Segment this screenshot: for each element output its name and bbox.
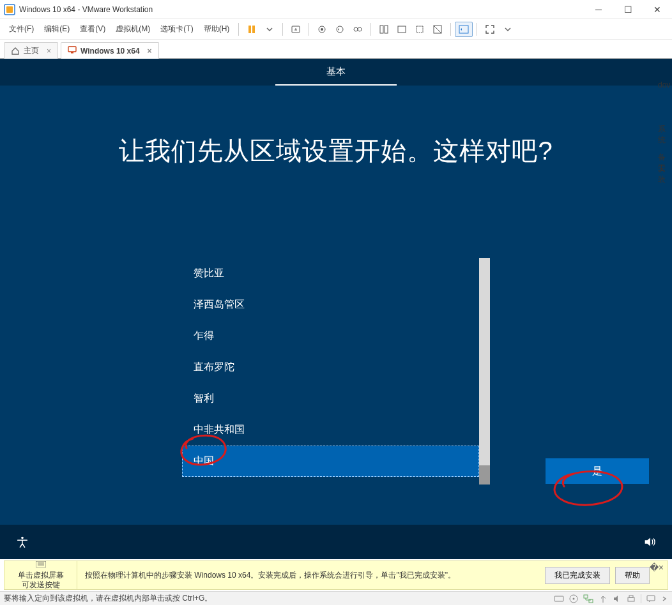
titlebar: Windows 10 x64 - VMware Workstation ─ ☐ …	[0, 0, 672, 19]
svg-rect-10	[380, 26, 383, 33]
svg-rect-26	[584, 595, 588, 598]
scrollbar-thumb[interactable]	[479, 465, 490, 485]
messages-icon[interactable]	[646, 594, 657, 603]
svg-rect-28	[628, 597, 634, 601]
region-item[interactable]: 乍得	[182, 320, 479, 352]
quick-switch-icon[interactable]	[455, 22, 473, 37]
tab-vm[interactable]: Windows 10 x64 ×	[61, 42, 159, 59]
status-devices	[554, 594, 668, 603]
svg-rect-29	[629, 596, 633, 597]
fullscreen-off-icon[interactable]	[429, 22, 447, 37]
sound-icon[interactable]	[613, 594, 622, 603]
svg-rect-12	[398, 26, 406, 33]
oobe-tab-basic[interactable]: 基本	[275, 59, 397, 86]
tab-vm-label: Windows 10 x64	[80, 47, 140, 56]
vmware-icon	[4, 4, 15, 15]
keyboard-icon	[36, 561, 46, 571]
menubar: 文件(F) 编辑(E) 查看(V) 虚拟机(M) 选项卡(T) 帮助(H)	[0, 19, 672, 40]
svg-point-25	[573, 597, 575, 599]
menu-edit[interactable]: 编辑(E)	[39, 21, 75, 37]
svg-rect-13	[416, 26, 423, 33]
region-item[interactable]: 智利	[182, 383, 479, 414]
region-item[interactable]: 泽西岛管区	[182, 289, 479, 320]
svg-rect-11	[385, 26, 388, 33]
cd-icon[interactable]	[569, 594, 578, 603]
bg-text: 系统	[658, 124, 672, 146]
snapshot-icon[interactable]	[313, 22, 331, 37]
maximize-button[interactable]: ☐	[613, 0, 643, 19]
infobar-left-line1: 单击虚拟屏幕	[18, 571, 64, 580]
bg-text: 安装	[658, 163, 672, 185]
menu-vm[interactable]: 虚拟机(M)	[111, 21, 155, 37]
printer-icon[interactable]	[627, 594, 636, 603]
svg-point-9	[358, 27, 362, 31]
svg-point-8	[354, 27, 358, 31]
svg-rect-17	[68, 47, 76, 52]
svg-point-6	[321, 28, 323, 31]
accessibility-icon[interactable]	[15, 535, 29, 549]
usb-icon[interactable]	[599, 594, 607, 603]
menu-help[interactable]: 帮助(H)	[199, 21, 235, 37]
svg-line-15	[434, 26, 441, 33]
install-info-bar: 单击虚拟屏幕 可发送按键 按照在物理计算机中的步骤安装 Windows 10 x…	[4, 560, 668, 590]
snapshot-manager-icon[interactable]	[349, 22, 367, 37]
menu-file[interactable]: 文件(F)	[4, 21, 39, 37]
infobar-close-icon[interactable]: �×	[650, 562, 664, 573]
svg-point-19	[21, 537, 24, 539]
svg-rect-23	[554, 596, 563, 601]
menu-tabs[interactable]: 选项卡(T)	[155, 21, 198, 37]
fullscreen-icon[interactable]	[481, 22, 499, 37]
oobe-footer	[0, 525, 672, 559]
region-item[interactable]: 直布罗陀	[182, 352, 479, 383]
oobe-title: 让我们先从区域设置开始。这样对吧?	[0, 86, 672, 169]
tab-home[interactable]: 主页 ×	[4, 42, 58, 59]
bg-text: dov	[658, 80, 672, 89]
svg-rect-3	[252, 26, 255, 33]
region-item-selected[interactable]: 中国	[182, 446, 479, 477]
close-button[interactable]: ✕	[643, 0, 672, 19]
menu-view[interactable]: 查看(V)	[75, 21, 111, 37]
hdd-icon[interactable]	[554, 594, 564, 603]
status-bar: 要将输入定向到该虚拟机，请在虚拟机内部单击或按 Ctrl+G。	[0, 591, 672, 605]
infobar-left-line2: 可发送按键	[22, 580, 60, 590]
home-icon	[11, 47, 20, 56]
snapshot-revert-icon[interactable]	[331, 22, 349, 37]
svg-rect-30	[647, 596, 655, 601]
install-done-button[interactable]: 我已完成安装	[545, 567, 610, 584]
tab-vm-close-icon[interactable]: ×	[148, 47, 152, 56]
tabs-row: 主页 × Windows 10 x64 ×	[0, 40, 672, 59]
console-view-icon[interactable]	[393, 22, 411, 37]
unity-icon[interactable]	[375, 22, 393, 37]
volume-icon[interactable]	[643, 535, 657, 549]
fullscreen-dropdown-icon[interactable]	[499, 22, 517, 37]
region-item[interactable]: 中非共和国	[182, 414, 479, 446]
guest-display[interactable]: 基本 让我们先从区域设置开始。这样对吧? 赞比亚 泽西岛管区 乍得 直布罗陀 智…	[0, 59, 672, 559]
vm-monitor-icon	[68, 45, 77, 56]
infobar-text: 按照在物理计算机中的步骤安装 Windows 10 x64。安装完成后，操作系统…	[77, 570, 545, 581]
minimize-button[interactable]: ─	[584, 0, 613, 19]
power-dropdown-icon[interactable]	[261, 22, 279, 37]
svg-rect-1	[6, 6, 13, 13]
status-text: 要将输入定向到该虚拟机，请在虚拟机内部单击或按 Ctrl+G。	[4, 593, 212, 604]
svg-point-7	[337, 26, 343, 33]
stretch-icon[interactable]	[411, 22, 429, 37]
tab-home-label: 主页	[24, 45, 39, 56]
svg-rect-20	[36, 561, 46, 567]
svg-rect-18	[71, 52, 73, 54]
install-help-button[interactable]: 帮助	[615, 567, 650, 584]
tab-home-close-icon[interactable]: ×	[47, 47, 51, 56]
yes-button[interactable]: 是	[546, 458, 649, 484]
pause-icon[interactable]	[243, 22, 261, 37]
send-cad-icon[interactable]	[287, 22, 305, 37]
region-item[interactable]: 赞比亚	[182, 258, 479, 289]
region-list: 赞比亚 泽西岛管区 乍得 直布罗陀 智利 中非共和国 中国	[182, 258, 490, 485]
svg-rect-2	[248, 26, 251, 33]
chevron-icon[interactable]	[662, 594, 668, 603]
network-icon[interactable]	[583, 594, 593, 603]
window-title: Windows 10 x64 - VMware Workstation	[19, 5, 153, 14]
scrollbar[interactable]	[479, 258, 490, 485]
oobe-tabs: 基本	[0, 59, 672, 86]
